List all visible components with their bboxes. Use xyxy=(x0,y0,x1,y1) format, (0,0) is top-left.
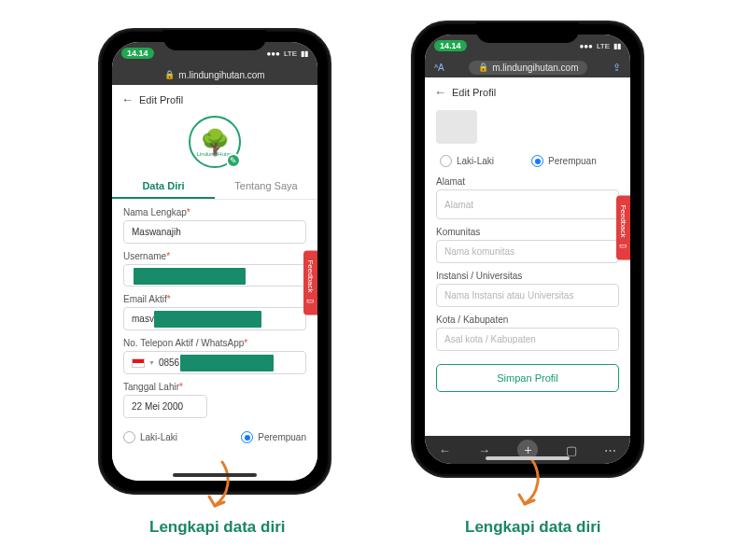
nama-input[interactable]: Maswanajih xyxy=(123,220,306,244)
gender-laki[interactable]: Laki-Laki xyxy=(123,431,177,443)
gender-perempuan[interactable]: Perempuan xyxy=(241,431,306,443)
share-icon[interactable]: ⇪ xyxy=(613,62,621,74)
phone-notch xyxy=(163,30,266,50)
feedback-tab[interactable]: Feedback ▭ xyxy=(616,196,630,260)
email-input[interactable]: masv xyxy=(123,307,306,330)
home-indicator[interactable] xyxy=(173,473,257,477)
lock-icon: 🔒 xyxy=(478,63,488,72)
kota-input[interactable]: Asal kota / Kabupaten xyxy=(436,328,619,351)
alamat-input[interactable]: Alamat xyxy=(436,189,619,219)
alamat-label: Alamat xyxy=(436,176,619,187)
phone-notch xyxy=(476,22,579,43)
profile-logo[interactable]: 🌳 LindungiHutan ✎ xyxy=(112,116,317,168)
back-icon[interactable]: ← xyxy=(121,92,134,106)
text-size-icon[interactable]: ᴬA xyxy=(434,63,444,73)
phone-input[interactable]: ▼ 0856 xyxy=(123,351,306,374)
home-indicator[interactable] xyxy=(486,456,570,460)
flag-icon[interactable] xyxy=(132,358,145,368)
page-title: Edit Profil xyxy=(452,87,496,98)
phone-mockup-left: 14.14 ●●●LTE▮▮ 🔒 m.lindungihutan.com ← E… xyxy=(98,28,331,495)
email-label: Email Aktif* xyxy=(123,294,306,304)
instansi-input[interactable]: Nama Instansi atau Universitas xyxy=(436,284,619,307)
feedback-tab[interactable]: Feedback ▭ xyxy=(303,250,317,315)
tab-data-diri[interactable]: Data Diri xyxy=(112,174,215,199)
feedback-icon: ▭ xyxy=(619,242,627,251)
username-input[interactable] xyxy=(123,264,306,287)
save-profile-button[interactable]: Simpan Profil xyxy=(436,364,619,392)
url-text: m.lindungihutan.com xyxy=(178,70,264,80)
gender-laki[interactable]: Laki-Laki xyxy=(440,155,494,167)
page-title: Edit Profil xyxy=(139,94,183,105)
nav-back-icon[interactable]: ← xyxy=(439,443,451,457)
browser-url-bar[interactable]: ᴬA 🔒 m.lindungihutan.com ⇪ xyxy=(425,57,630,77)
status-icons: ●●●LTE▮▮ xyxy=(266,49,308,58)
kota-label: Kota / Kabupaten xyxy=(436,315,619,325)
nav-tabs-icon[interactable]: ▢ xyxy=(566,443,577,457)
browser-url-bar[interactable]: 🔒 m.lindungihutan.com xyxy=(112,64,317,85)
phone-mockup-right: 14.14 ●●●LTE▮▮ ᴬA 🔒 m.lindungihutan.com … xyxy=(411,21,644,478)
feedback-icon: ▭ xyxy=(306,297,315,306)
chevron-down-icon[interactable]: ▼ xyxy=(148,359,155,366)
back-icon[interactable]: ← xyxy=(434,85,446,99)
username-label: Username* xyxy=(123,251,306,261)
lock-icon: 🔒 xyxy=(164,70,175,79)
status-time: 14.14 xyxy=(434,40,467,51)
nama-label: Nama Lengkap* xyxy=(123,207,306,217)
profile-tabs: Data Diri Tentang Saya xyxy=(112,174,317,200)
nav-forward-icon[interactable]: → xyxy=(478,443,490,457)
gender-perempuan[interactable]: Perempuan xyxy=(531,155,597,167)
camera-icon[interactable]: ✎ xyxy=(226,153,241,168)
dob-input[interactable]: 22 Mei 2000 xyxy=(123,395,207,418)
avatar-placeholder[interactable] xyxy=(436,110,477,144)
instansi-label: Instansi / Universitas xyxy=(436,271,619,281)
komunitas-input[interactable]: Nama komunitas xyxy=(436,240,619,263)
callout-label: Lengkapi data diri xyxy=(149,518,285,537)
status-icons: ●●●LTE▮▮ xyxy=(579,42,621,50)
url-text: m.lindungihutan.com xyxy=(492,63,578,73)
callout-label: Lengkapi data diri xyxy=(465,518,600,537)
tab-tentang-saya[interactable]: Tentang Saya xyxy=(215,174,317,199)
nav-menu-icon[interactable]: ⋯ xyxy=(604,443,616,457)
phone-label: No. Telepon Aktif / WhatsApp* xyxy=(123,338,306,348)
dob-label: Tanggal Lahir* xyxy=(123,382,306,392)
komunitas-label: Komunitas xyxy=(436,227,619,237)
status-time: 14.14 xyxy=(121,48,154,59)
